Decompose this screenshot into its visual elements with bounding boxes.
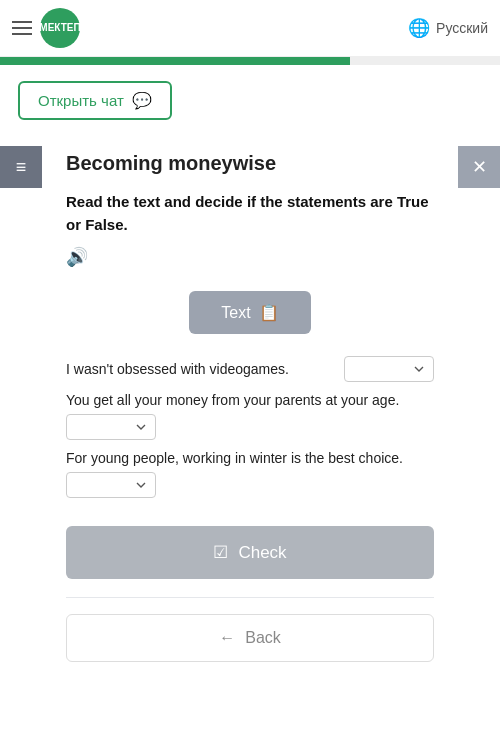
statement-2-select[interactable]: True False bbox=[66, 414, 156, 440]
content-area: ≡ ✕ Becoming moneywise Read the text and… bbox=[0, 136, 500, 682]
open-chat-button[interactable]: Открыть чат 💬 bbox=[18, 81, 172, 120]
back-button[interactable]: ← Back bbox=[66, 614, 434, 662]
statement-1-select[interactable]: True False bbox=[344, 356, 434, 382]
check-icon: ☑ bbox=[213, 542, 228, 563]
instruction-text: Read the text and decide if the statemen… bbox=[66, 191, 434, 236]
chat-icon: 💬 bbox=[132, 91, 152, 110]
chat-button-area: Открыть чат 💬 bbox=[0, 65, 500, 136]
statement-1-text: I wasn't obsessed with videogames. bbox=[66, 361, 336, 377]
globe-icon: 🌐 bbox=[408, 17, 430, 39]
main-content: Becoming moneywise Read the text and dec… bbox=[16, 136, 484, 662]
instruction: Read the text and decide if the statemen… bbox=[66, 191, 434, 271]
progress-bar-container bbox=[0, 57, 500, 65]
statement-col-2: You get all your money from your parents… bbox=[66, 392, 434, 440]
statement-row: I wasn't obsessed with videogames. True … bbox=[66, 356, 434, 382]
section-title: Becoming moneywise bbox=[66, 152, 434, 175]
close-button[interactable]: ✕ bbox=[458, 146, 500, 188]
close-icon: ✕ bbox=[472, 156, 487, 178]
statements-area: I wasn't obsessed with videogames. True … bbox=[66, 356, 434, 498]
check-button-label: Check bbox=[238, 543, 286, 563]
statement-2-text: You get all your money from your parents… bbox=[66, 392, 434, 408]
hamburger-menu-top[interactable] bbox=[12, 21, 32, 35]
divider bbox=[66, 597, 434, 598]
menu-icon: ≡ bbox=[16, 157, 27, 178]
text-button[interactable]: Text 📋 bbox=[189, 291, 310, 334]
book-icon: 📋 bbox=[259, 303, 279, 322]
back-button-label: Back bbox=[245, 629, 281, 647]
check-button[interactable]: ☑ Check bbox=[66, 526, 434, 579]
progress-bar-fill bbox=[0, 57, 350, 65]
statement-3-text: For young people, working in winter is t… bbox=[66, 450, 434, 466]
speaker-icon[interactable]: 🔊 bbox=[66, 244, 88, 271]
menu-button[interactable]: ≡ bbox=[0, 146, 42, 188]
logo-area: МЕКТЕП bbox=[12, 8, 80, 48]
statement-col-3: For young people, working in winter is t… bbox=[66, 450, 434, 498]
hamburger-line-3 bbox=[12, 33, 32, 35]
chat-button-label: Открыть чат bbox=[38, 92, 124, 109]
logo: МЕКТЕП bbox=[40, 8, 80, 48]
language-selector[interactable]: 🌐 Русский bbox=[408, 17, 488, 39]
top-bar: МЕКТЕП 🌐 Русский bbox=[0, 0, 500, 57]
hamburger-line-1 bbox=[12, 21, 32, 23]
statement-3-select[interactable]: True False bbox=[66, 472, 156, 498]
back-arrow-icon: ← bbox=[219, 629, 235, 647]
text-button-label: Text bbox=[221, 304, 250, 322]
text-button-area: Text 📋 bbox=[66, 291, 434, 334]
lang-label: Русский bbox=[436, 20, 488, 36]
hamburger-line-2 bbox=[12, 27, 32, 29]
